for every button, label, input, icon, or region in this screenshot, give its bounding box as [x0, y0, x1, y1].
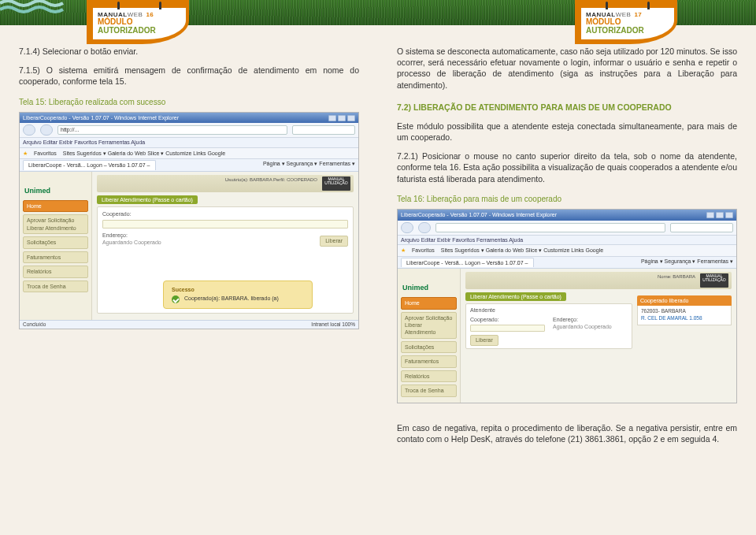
window-title: LiberarCooperado - Versão 1.07.07 - Wind…	[23, 114, 179, 121]
favorites-links[interactable]: Sites Sugeridos ▾ Galeria do Web Slice ▾…	[441, 247, 603, 254]
window-titlebar: LiberarCooperado - Versão 1.07.07 - Wind…	[398, 210, 736, 220]
panel-title-chip: Liberar Atendimento (Passe o cartão)	[465, 292, 566, 301]
tab-tools[interactable]: Página ▾ Segurança ▾ Ferramentas ▾	[263, 160, 355, 169]
column-right: O sistema se desconecta automaticamente,…	[397, 46, 737, 452]
wave-decoration	[0, 0, 94, 16]
address-bar[interactable]	[435, 223, 665, 232]
sidebar-item[interactable]: Troca de Senha	[23, 281, 88, 292]
favorites-bar: ★ Favoritos Sites Sugeridos ▾ Galeria do…	[20, 148, 358, 159]
label-cooperado: Cooperado:	[470, 316, 545, 323]
user-meta: Usuário(a): BARBARA Perfil: COOPERADO	[225, 176, 317, 183]
cooperado-input[interactable]	[102, 220, 348, 228]
menu-bar[interactable]: Arquivo Editar Exibir Favoritos Ferramen…	[398, 236, 736, 245]
toast-title: Sucesso	[172, 286, 304, 293]
page-bookmark-left: MANUALWEB16 MÓDULO AUTORIZADOR	[87, 0, 189, 44]
back-button[interactable]	[401, 222, 413, 233]
figure-caption: Tela 16: Liberação para mais de um coope…	[397, 194, 737, 205]
label-endereco: Endereço:	[553, 316, 628, 323]
manual-badge: MANUAL UTILIZAÇÃO	[700, 273, 728, 288]
label-atendente: Atendente	[470, 307, 628, 314]
browser-tab[interactable]: LiberarCoope - Versã... Logon – Versão 1…	[401, 258, 534, 267]
star-icon[interactable]: ★	[401, 247, 406, 254]
check-icon	[172, 295, 180, 303]
cooperado-liberado-header: Cooperado liberado	[637, 295, 732, 306]
paragraph: 7.1.5) O sistema emitirá mensagem de con…	[19, 65, 359, 87]
column-left: 7.1.4) Selecionar o botão enviar. 7.1.5)…	[19, 46, 359, 452]
liberar-button[interactable]: Liberar	[470, 335, 498, 345]
maximize-icon[interactable]	[338, 115, 346, 121]
toast-message: Cooperado(a): BARBARA. liberado (a)	[184, 295, 279, 301]
browser-tab[interactable]: LiberarCoope - Versã... Logon – Versão 1…	[23, 160, 156, 169]
sidebar: Unimed Home Aprovar Solicitação Liberar …	[398, 269, 461, 403]
liberar-button[interactable]: Liberar	[320, 236, 348, 246]
favorites-links[interactable]: Sites Sugeridos ▾ Galeria do Web Slice ▾…	[63, 150, 225, 157]
section-heading: 7.2) LIBERAÇÃO DE ATENDIMENTO PARA MAIS …	[397, 102, 737, 113]
panel-title-chip: Liberar Atendimento (Passe o cartão)	[97, 195, 198, 204]
module-name: AUTORIZADOR	[586, 26, 669, 35]
paragraph: O sistema se desconecta automaticamente,…	[397, 46, 737, 91]
logo: Unimed	[24, 186, 88, 195]
search-input[interactable]	[670, 223, 733, 232]
window-titlebar: LiberarCooperado - Versão 1.07.07 - Wind…	[20, 113, 358, 123]
paragraph: 7.2.1) Posicionar o mouse no canto super…	[397, 150, 737, 184]
close-icon[interactable]	[347, 115, 355, 121]
favorites-label[interactable]: Favoritos	[412, 247, 435, 254]
module-label: MÓDULO	[98, 18, 181, 26]
sidebar-item[interactable]: Faturamentos	[23, 251, 88, 263]
back-button[interactable]	[23, 124, 35, 136]
forward-button[interactable]	[418, 222, 431, 233]
sidebar-item-home[interactable]: Home	[401, 297, 457, 309]
sidebar-item[interactable]: Solicitações	[401, 341, 457, 353]
value-endereco: Aguardando Cooperado	[553, 323, 628, 330]
label-cooperado: Cooperado:	[102, 210, 348, 217]
sidebar-item[interactable]: Relatórios	[401, 370, 457, 382]
module-label: MÓDULO	[586, 18, 669, 26]
status-left: Concluído	[23, 321, 46, 329]
success-toast: Sucesso Cooperado(a): BARBARA. liberado …	[163, 281, 313, 309]
tab-strip: LiberarCoope - Versã... Logon – Versão 1…	[20, 159, 358, 171]
sidebar-item[interactable]: Relatórios	[23, 266, 88, 277]
user-meta[interactable]: Nome: BARBARA	[658, 273, 695, 280]
minimize-icon[interactable]	[328, 115, 336, 121]
paragraph: Este módulo possibilita que a atendente …	[397, 121, 737, 143]
minimize-icon[interactable]	[706, 212, 714, 218]
star-icon[interactable]: ★	[23, 150, 28, 157]
sidebar-item[interactable]: Troca de Senha	[401, 385, 457, 396]
sidebar-item[interactable]: Aprovar Solicitação Liberar Atendimento	[401, 312, 457, 339]
favorites-label[interactable]: Favoritos	[34, 150, 57, 157]
manual-badge: MANUAL UTILIZAÇÃO	[322, 176, 350, 191]
page-number: 16	[146, 11, 154, 18]
cooperado-liberado-body: 762003- BARBARA R. CEL DE AMARAL 1.058	[637, 306, 732, 325]
figure-caption: Tela 15: Liberação realizada com sucesso	[19, 97, 359, 108]
screenshot-tela-16: LiberarCooperado - Versão 1.07.07 - Wind…	[397, 209, 737, 403]
status-bar: Concluído Intranet local 100%	[20, 320, 358, 329]
search-input[interactable]	[292, 125, 355, 135]
page-bookmark-right: MANUALWEB17 MÓDULO AUTORIZADOR	[575, 0, 677, 44]
main-panel: Usuário(a): BARBARA Perfil: COOPERADO MA…	[92, 172, 358, 320]
sidebar-item[interactable]: Aprovar Solicitação Liberar Atendimento	[23, 214, 88, 234]
label-endereco: Endereço:	[102, 232, 304, 239]
logo: Unimed	[402, 283, 457, 292]
paragraph: 7.1.4) Selecionar o botão enviar.	[19, 46, 359, 57]
page-number: 17	[634, 11, 642, 18]
sidebar-item[interactable]: Solicitações	[23, 236, 88, 248]
window-title: LiberarCooperado - Versão 1.07.07 - Wind…	[401, 211, 557, 218]
cooperado-id: 762003- BARBARA	[641, 308, 728, 315]
status-right: Intranet local 100%	[311, 321, 355, 329]
close-icon[interactable]	[725, 212, 733, 218]
window-buttons	[328, 115, 355, 121]
module-name: AUTORIZADOR	[98, 26, 181, 35]
sidebar-item-home[interactable]: Home	[23, 200, 88, 212]
menu-bar[interactable]: Arquivo Editar Exibir Favoritos Ferramen…	[20, 138, 358, 147]
tab-tools[interactable]: Página ▾ Segurança ▾ Ferramentas ▾	[641, 258, 733, 267]
cooperado-endereco: R. CEL DE AMARAL 1.058	[641, 315, 728, 322]
address-bar[interactable]: http://...	[57, 125, 287, 135]
paragraph: Em caso de negativa, repita o procedimen…	[397, 422, 737, 444]
cooperado-input[interactable]	[470, 325, 545, 332]
sidebar: Unimed Home Aprovar Solicitação Liberar …	[20, 172, 92, 320]
maximize-icon[interactable]	[716, 212, 724, 218]
screenshot-tela-15: LiberarCooperado - Versão 1.07.07 - Wind…	[19, 112, 359, 329]
forward-button[interactable]	[40, 124, 53, 136]
sidebar-item[interactable]: Faturamentos	[401, 355, 457, 367]
value-endereco: Aguardando Cooperado	[102, 239, 304, 246]
